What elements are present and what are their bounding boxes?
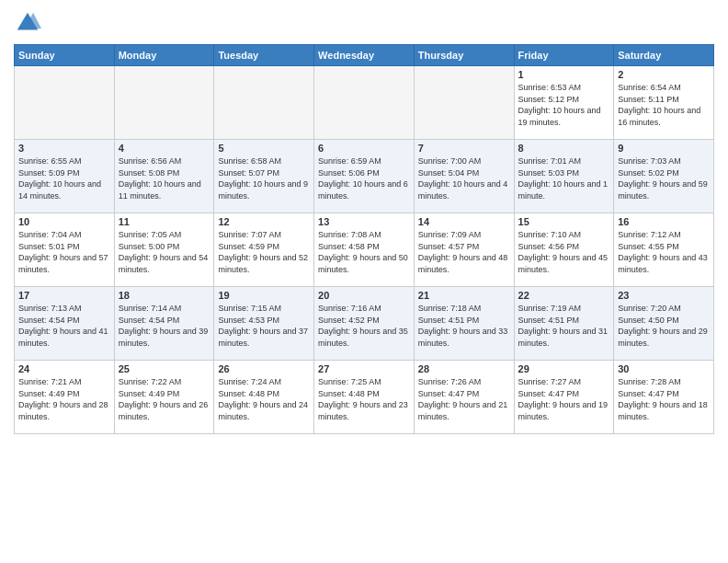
day-number: 2 — [618, 69, 710, 80]
day-number: 12 — [218, 216, 310, 227]
day-info: Sunrise: 7:27 AM Sunset: 4:47 PM Dayligh… — [518, 376, 610, 422]
page-container: SundayMondayTuesdayWednesdayThursdayFrid… — [0, 0, 728, 443]
day-info: Sunrise: 7:24 AM Sunset: 4:48 PM Dayligh… — [218, 376, 310, 422]
day-info: Sunrise: 7:08 AM Sunset: 4:58 PM Dayligh… — [318, 229, 410, 275]
calendar-cell: 20Sunrise: 7:16 AM Sunset: 4:52 PM Dayli… — [314, 287, 415, 361]
day-number: 25 — [119, 363, 210, 374]
calendar-cell: 13Sunrise: 7:08 AM Sunset: 4:58 PM Dayli… — [314, 213, 415, 287]
day-info: Sunrise: 7:20 AM Sunset: 4:50 PM Dayligh… — [618, 303, 710, 349]
day-number: 8 — [518, 143, 610, 154]
calendar-cell: 16Sunrise: 7:12 AM Sunset: 4:55 PM Dayli… — [614, 213, 714, 287]
calendar-cell: 24Sunrise: 7:21 AM Sunset: 4:49 PM Dayli… — [15, 361, 115, 434]
calendar-cell: 7Sunrise: 7:00 AM Sunset: 5:04 PM Daylig… — [414, 140, 514, 213]
day-number: 13 — [318, 216, 410, 227]
calendar-cell: 11Sunrise: 7:05 AM Sunset: 5:00 PM Dayli… — [114, 213, 214, 287]
calendar-cell — [214, 66, 314, 140]
day-info: Sunrise: 6:56 AM Sunset: 5:08 PM Dayligh… — [119, 155, 210, 201]
day-info: Sunrise: 7:14 AM Sunset: 4:54 PM Dayligh… — [119, 303, 210, 349]
day-number: 11 — [119, 216, 210, 227]
day-header-saturday: Saturday — [614, 45, 714, 66]
day-header-friday: Friday — [514, 45, 614, 66]
calendar-cell: 21Sunrise: 7:18 AM Sunset: 4:51 PM Dayli… — [414, 287, 514, 361]
day-header-wednesday: Wednesday — [314, 45, 415, 66]
day-info: Sunrise: 6:54 AM Sunset: 5:11 PM Dayligh… — [618, 82, 710, 128]
day-header-monday: Monday — [114, 45, 214, 66]
day-number: 9 — [618, 143, 710, 154]
calendar-cell: 1Sunrise: 6:53 AM Sunset: 5:12 PM Daylig… — [514, 66, 614, 140]
calendar-body: 1Sunrise: 6:53 AM Sunset: 5:12 PM Daylig… — [15, 66, 714, 434]
calendar-cell: 5Sunrise: 6:58 AM Sunset: 5:07 PM Daylig… — [214, 140, 314, 213]
day-info: Sunrise: 6:55 AM Sunset: 5:09 PM Dayligh… — [18, 155, 110, 201]
calendar-cell: 22Sunrise: 7:19 AM Sunset: 4:51 PM Dayli… — [514, 287, 614, 361]
calendar-table: SundayMondayTuesdayWednesdayThursdayFrid… — [14, 44, 714, 434]
day-number: 15 — [518, 216, 610, 227]
calendar-week-2: 3Sunrise: 6:55 AM Sunset: 5:09 PM Daylig… — [15, 140, 714, 213]
day-number: 14 — [418, 216, 510, 227]
day-info: Sunrise: 7:13 AM Sunset: 4:54 PM Dayligh… — [18, 303, 110, 349]
calendar-cell: 28Sunrise: 7:26 AM Sunset: 4:47 PM Dayli… — [414, 361, 514, 434]
calendar-cell: 19Sunrise: 7:15 AM Sunset: 4:53 PM Dayli… — [214, 287, 314, 361]
calendar-cell — [314, 66, 415, 140]
calendar-cell: 18Sunrise: 7:14 AM Sunset: 4:54 PM Dayli… — [114, 287, 214, 361]
day-number: 19 — [218, 290, 310, 301]
day-info: Sunrise: 7:10 AM Sunset: 4:56 PM Dayligh… — [518, 229, 610, 275]
calendar-cell: 15Sunrise: 7:10 AM Sunset: 4:56 PM Dayli… — [514, 213, 614, 287]
day-info: Sunrise: 7:19 AM Sunset: 4:51 PM Dayligh… — [518, 303, 610, 349]
calendar-week-4: 17Sunrise: 7:13 AM Sunset: 4:54 PM Dayli… — [15, 287, 714, 361]
day-number: 5 — [218, 143, 310, 154]
day-info: Sunrise: 7:26 AM Sunset: 4:47 PM Dayligh… — [418, 376, 510, 422]
day-number: 6 — [318, 143, 410, 154]
day-info: Sunrise: 7:09 AM Sunset: 4:57 PM Dayligh… — [418, 229, 510, 275]
logo — [14, 9, 45, 37]
calendar-cell: 12Sunrise: 7:07 AM Sunset: 4:59 PM Dayli… — [214, 213, 314, 287]
day-info: Sunrise: 6:53 AM Sunset: 5:12 PM Dayligh… — [518, 82, 610, 128]
day-number: 4 — [119, 143, 210, 154]
day-number: 28 — [418, 363, 510, 374]
calendar-cell — [414, 66, 514, 140]
calendar-cell: 14Sunrise: 7:09 AM Sunset: 4:57 PM Dayli… — [414, 213, 514, 287]
calendar-cell: 17Sunrise: 7:13 AM Sunset: 4:54 PM Dayli… — [15, 287, 115, 361]
day-number: 18 — [119, 290, 210, 301]
day-number: 29 — [518, 363, 610, 374]
day-info: Sunrise: 7:15 AM Sunset: 4:53 PM Dayligh… — [218, 303, 310, 349]
calendar-cell: 23Sunrise: 7:20 AM Sunset: 4:50 PM Dayli… — [614, 287, 714, 361]
day-info: Sunrise: 7:01 AM Sunset: 5:03 PM Dayligh… — [518, 155, 610, 201]
calendar-cell: 2Sunrise: 6:54 AM Sunset: 5:11 PM Daylig… — [614, 66, 714, 140]
calendar-cell: 4Sunrise: 6:56 AM Sunset: 5:08 PM Daylig… — [114, 140, 214, 213]
day-info: Sunrise: 7:07 AM Sunset: 4:59 PM Dayligh… — [218, 229, 310, 275]
calendar-cell: 3Sunrise: 6:55 AM Sunset: 5:09 PM Daylig… — [15, 140, 115, 213]
calendar-cell: 10Sunrise: 7:04 AM Sunset: 5:01 PM Dayli… — [15, 213, 115, 287]
day-number: 1 — [518, 69, 610, 80]
calendar-cell: 26Sunrise: 7:24 AM Sunset: 4:48 PM Dayli… — [214, 361, 314, 434]
day-number: 27 — [318, 363, 410, 374]
day-info: Sunrise: 7:18 AM Sunset: 4:51 PM Dayligh… — [418, 303, 510, 349]
page-header — [14, 9, 714, 37]
day-info: Sunrise: 7:28 AM Sunset: 4:47 PM Dayligh… — [618, 376, 710, 422]
day-number: 10 — [18, 216, 110, 227]
day-number: 21 — [418, 290, 510, 301]
calendar-week-1: 1Sunrise: 6:53 AM Sunset: 5:12 PM Daylig… — [15, 66, 714, 140]
day-number: 16 — [618, 216, 710, 227]
day-number: 26 — [218, 363, 310, 374]
calendar-cell: 9Sunrise: 7:03 AM Sunset: 5:02 PM Daylig… — [614, 140, 714, 213]
day-header-tuesday: Tuesday — [214, 45, 314, 66]
calendar-week-3: 10Sunrise: 7:04 AM Sunset: 5:01 PM Dayli… — [15, 213, 714, 287]
calendar-cell: 6Sunrise: 6:59 AM Sunset: 5:06 PM Daylig… — [314, 140, 415, 213]
day-number: 23 — [618, 290, 710, 301]
day-info: Sunrise: 7:25 AM Sunset: 4:48 PM Dayligh… — [318, 376, 410, 422]
day-number: 7 — [418, 143, 510, 154]
calendar-header-row: SundayMondayTuesdayWednesdayThursdayFrid… — [15, 45, 714, 66]
calendar-cell: 29Sunrise: 7:27 AM Sunset: 4:47 PM Dayli… — [514, 361, 614, 434]
day-info: Sunrise: 6:59 AM Sunset: 5:06 PM Dayligh… — [318, 155, 410, 201]
day-header-sunday: Sunday — [15, 45, 115, 66]
day-info: Sunrise: 7:00 AM Sunset: 5:04 PM Dayligh… — [418, 155, 510, 201]
day-info: Sunrise: 7:21 AM Sunset: 4:49 PM Dayligh… — [18, 376, 110, 422]
day-number: 20 — [318, 290, 410, 301]
day-header-thursday: Thursday — [414, 45, 514, 66]
calendar-cell — [15, 66, 115, 140]
day-info: Sunrise: 6:58 AM Sunset: 5:07 PM Dayligh… — [218, 155, 310, 201]
day-info: Sunrise: 7:05 AM Sunset: 5:00 PM Dayligh… — [119, 229, 210, 275]
calendar-cell: 30Sunrise: 7:28 AM Sunset: 4:47 PM Dayli… — [614, 361, 714, 434]
day-info: Sunrise: 7:12 AM Sunset: 4:55 PM Dayligh… — [618, 229, 710, 275]
day-number: 17 — [18, 290, 110, 301]
